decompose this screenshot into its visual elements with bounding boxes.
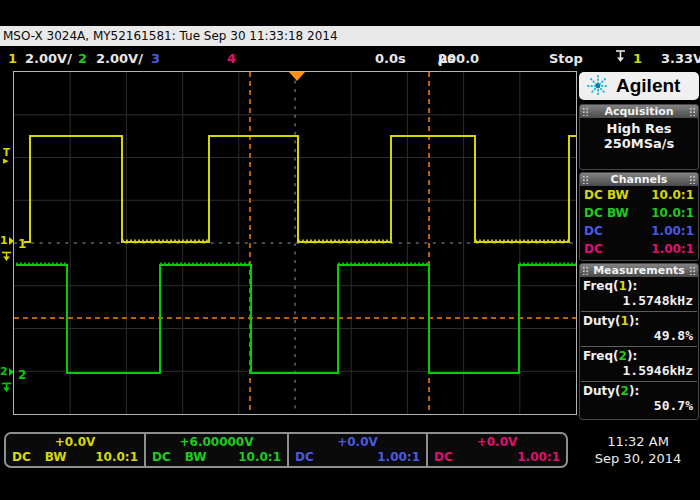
status-ch4-number: 4	[227, 46, 236, 71]
channels-header: Channels	[580, 173, 698, 186]
measurement-freq2: Freq(2): 1.5946kHz	[580, 347, 698, 382]
meas-label-end: ):	[627, 349, 637, 363]
grip-icon	[689, 175, 696, 184]
ch4-coupling-label: DC	[434, 450, 453, 464]
ch1-ground-marker: 1	[0, 234, 13, 266]
ch3-probe: 1.00:1	[651, 224, 694, 238]
bottom-channel-bar: +0.0V DC BW 10.0:1 +6.00000V DC BW 10.0:…	[4, 432, 568, 468]
bottom-cell-ch4: +0.0V DC 1.00:1	[426, 434, 566, 466]
acquisition-title: Acquisition	[604, 105, 673, 118]
bottom-cell-ch2: +6.00000V DC BW 10.0:1	[144, 434, 287, 466]
ch1-coupling-label: DC	[12, 450, 31, 464]
meas-value: 1.5748kHz	[580, 293, 698, 311]
status-bar: 1 2.00V/ 2 2.00V/ 3 4 0.0s 200.0µs/ Stop…	[0, 46, 700, 71]
meas-value: 49.8%	[580, 328, 698, 346]
ch1-bw-label: BW	[45, 450, 67, 464]
meas-label-end: ):	[629, 384, 639, 398]
acquisition-panel: Acquisition High Res 250MSa/s	[579, 104, 699, 170]
ch4-coupling: DC	[584, 242, 603, 256]
meas-label-end: ):	[627, 279, 637, 293]
meas-channel: 2	[621, 384, 629, 398]
status-ch1-scale: 2.00V/	[25, 46, 72, 71]
grip-icon	[582, 266, 589, 275]
oscilloscope-screen: MSO-X 3024A, MY52161581: Tue Sep 30 11:3…	[0, 0, 700, 500]
ch1-offset: +0.0V	[6, 435, 144, 449]
clock: 11:32 AM Sep 30, 2014	[578, 434, 698, 467]
status-ch2-number: 2	[78, 46, 87, 71]
svg-text:1: 1	[18, 237, 26, 251]
ch2-coupling: DC BW	[584, 206, 629, 220]
meas-channel: 1	[621, 314, 629, 328]
title-bar: MSO-X 3024A, MY52161581: Tue Sep 30 11:3…	[0, 26, 700, 46]
left-marker-gutter: T ▶ 1 2	[0, 0, 13, 500]
channels-panel: Channels DC BW 10.0:1 DC BW 10.0:1 DC 1.…	[579, 172, 699, 261]
ch3-coupling: DC	[584, 224, 603, 238]
ch1-marker-digit: 1	[0, 234, 8, 247]
meas-label: Duty(	[583, 314, 621, 328]
grip-icon	[582, 107, 589, 116]
meas-label: Freq(	[583, 279, 619, 293]
ch2-probe-label: 10.0:1	[238, 450, 281, 464]
trigger-source: 1	[633, 46, 642, 71]
channel-row-1: DC BW 10.0:1	[580, 186, 698, 204]
model-serial-timestamp: MSO-X 3024A, MY52161581: Tue Sep 30 11:3…	[3, 29, 338, 43]
meas-label: Duty(	[583, 384, 621, 398]
meas-channel: 2	[619, 349, 627, 363]
ch1-coupling: DC BW	[584, 188, 629, 202]
ch4-offset: +0.0V	[428, 435, 566, 449]
ch2-ground-icon	[1, 382, 12, 393]
trigger-level: 3.33V	[661, 46, 700, 71]
agilent-logo-icon	[587, 75, 609, 97]
measurements-panel: Measurements Freq(1): 1.5748kHz Duty(1):…	[579, 263, 699, 420]
meas-label-end: ):	[629, 314, 639, 328]
status-ch2-scale: 2.00V/	[96, 46, 143, 71]
measurement-freq1: Freq(1): 1.5748kHz	[580, 277, 698, 312]
brand-name: Agilent	[616, 75, 680, 97]
channel-row-3: DC 1.00:1	[580, 222, 698, 240]
trigger-edge-icon	[615, 46, 626, 71]
ch3-probe-label: 1.00:1	[377, 450, 420, 464]
time-reference-icon	[289, 72, 305, 81]
ch4-probe-label: 1.00:1	[517, 450, 560, 464]
trigger-level-marker: T ▶	[3, 148, 10, 166]
bottom-cell-ch3: +0.0V DC 1.00:1	[287, 434, 426, 466]
ch2-probe: 10.0:1	[651, 206, 694, 220]
status-delay: 0.0s	[375, 46, 406, 71]
ch2-bw-label: BW	[185, 450, 207, 464]
waveform-display: 12	[13, 71, 577, 415]
timebase-slash: /	[438, 46, 443, 71]
channels-title: Channels	[611, 173, 668, 186]
clock-date: Sep 30, 2014	[578, 450, 698, 467]
waveform-svg: 12	[14, 72, 576, 414]
channel-row-4: DC 1.00:1	[580, 240, 698, 258]
measurement-duty1: Duty(1): 49.8%	[580, 312, 698, 347]
brand-panel: Agilent	[579, 72, 699, 100]
run-state: Stop	[549, 46, 583, 71]
ch2-marker-digit: 2	[0, 365, 8, 378]
acquisition-header: Acquisition	[580, 105, 698, 118]
ch1-ground-icon	[1, 251, 12, 262]
clock-time: 11:32 AM	[578, 434, 698, 450]
measurement-duty2: Duty(2): 50.7%	[580, 382, 698, 416]
status-ch3-number: 3	[151, 46, 160, 71]
ch4-probe: 1.00:1	[651, 242, 694, 256]
meas-channel: 1	[619, 279, 627, 293]
sample-rate: 250MSa/s	[604, 136, 675, 151]
ch2-coupling-label: DC	[152, 450, 171, 464]
measurements-header: Measurements	[580, 264, 698, 277]
channel-row-2: DC BW 10.0:1	[580, 204, 698, 222]
grip-icon	[582, 175, 589, 184]
ch2-offset: +6.00000V	[146, 435, 287, 449]
trigger-arrow-icon: ▶	[3, 157, 10, 166]
acquisition-mode: High Res	[607, 121, 672, 136]
grip-icon	[689, 266, 696, 275]
channel-1-trace	[24, 136, 576, 242]
ch3-coupling-label: DC	[295, 450, 314, 464]
meas-value: 1.5946kHz	[580, 363, 698, 381]
grip-icon	[689, 107, 696, 116]
measurements-title: Measurements	[593, 264, 685, 277]
ch1-probe: 10.0:1	[651, 188, 694, 202]
ch1-probe-label: 10.0:1	[95, 450, 138, 464]
bottom-cell-ch1: +0.0V DC BW 10.0:1	[6, 434, 144, 466]
meas-value: 50.7%	[580, 398, 698, 416]
